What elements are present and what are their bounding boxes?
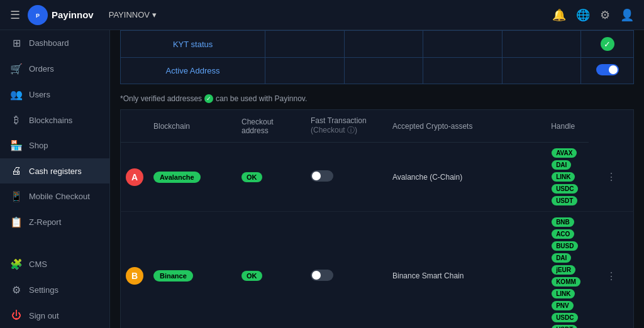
chain-icon-cell: A [121,143,149,212]
sidebar-item-users[interactable]: 👥 Users [0,82,109,107]
fast-tx-cell[interactable] [306,143,387,212]
handle-cell[interactable]: ⋮ [589,212,633,329]
kyt-status-row: KYT status ✓ [121,31,634,58]
sidebar-label-sign-out: Sign out [29,311,59,320]
table-row: BBinanceOKBinance Smart ChainBNBACOBUSDD… [121,212,634,329]
table-header-row: Blockchain Checkout address Fast Transac… [121,110,634,143]
settings-icon[interactable]: ⚙ [600,8,610,22]
chain-full-name-cell: Avalanche (C-Chain) [387,143,546,212]
tokens-cell: BNBACOBUSDDAIjEURKOMMLINKPNVUSDCUSDT [546,212,589,329]
kyt-checkmark: ✓ [601,37,614,51]
blockchains-icon: ₿ [10,114,23,126]
cms-icon: 🧩 [10,258,23,270]
th-blockchain: Blockchain [148,110,236,143]
crypto-tag: LINK [552,172,575,182]
chain-name-cell: Binance [148,212,236,329]
chain-full-name-cell: Binance Smart Chain [387,212,546,329]
ok-badge: OK [242,172,262,182]
kyt-empty-4 [502,31,581,58]
handle-cell[interactable]: ⋮ [589,143,633,212]
top-header: ☰ P Payinnov PAYINNOV ▾ 🔔 🌐 ⚙ 👤 [0,0,644,30]
kyt-empty-3 [423,31,502,58]
active-address-toggle[interactable] [596,64,619,75]
menu-icon[interactable]: ☰ [10,8,20,22]
tokens-cell: AVAXDAILINKUSDCUSDT [546,143,589,212]
crypto-tag: USDT [552,196,577,205]
sidebar-item-mobile-checkout[interactable]: 📱 Mobile Checkout [0,183,109,209]
crypto-tag: USDC [552,184,578,194]
content-area: KYT status ✓ Active Address [110,30,644,328]
crypto-tag: AVAX [552,148,577,158]
aa-empty-1 [265,58,345,84]
crypto-tags: AVAXDAILINKUSDCUSDT [551,148,584,206]
aa-toggle-cell[interactable] [581,58,634,84]
shop-icon: 🏪 [10,139,23,151]
dashboard-icon: ⊞ [10,37,23,49]
crypto-tags: BNBACOBUSDDAIjEURKOMMLINKPNVUSDCUSDT [551,217,584,328]
logo-text: Payinnov [52,9,94,20]
sidebar-label-shop: Shop [29,141,48,150]
sidebar-item-settings[interactable]: ⚙ Settings [0,277,109,303]
sidebar-item-cms[interactable]: 🧩 CMS [0,251,109,277]
mobile-icon: 📱 [10,190,23,202]
status-table: KYT status ✓ Active Address [120,30,634,84]
kyt-empty-1 [265,31,345,58]
chain-icon: B [126,267,143,285]
header-icons: 🔔 🌐 ⚙ 👤 [552,8,634,22]
active-address-row: Active Address [121,58,634,84]
sidebar-item-orders[interactable]: 🛒 Orders [0,56,109,82]
crypto-tag: USDT [552,325,577,328]
aa-empty-2 [344,58,423,84]
svg-text:P: P [36,13,40,19]
sidebar-item-dashboard[interactable]: ⊞ Dashboard [0,30,109,56]
th-handle: Handle [546,110,589,143]
sidebar-label-z-report: Z-Report [29,217,61,227]
sidebar-item-z-report[interactable]: 📋 Z-Report [0,209,109,235]
row-actions-icon[interactable]: ⋮ [604,172,619,182]
notification-icon[interactable]: 🔔 [552,8,566,22]
sidebar-label-orders: Orders [29,64,54,74]
crypto-tag: USDC [552,313,578,322]
sidebar-label-cms: CMS [29,260,47,269]
th-accepted: Accepted Crypto-assets [387,110,546,143]
sidebar-label-settings: Settings [29,285,58,295]
logo-area: P Payinnov [28,5,94,25]
sidebar-item-cash-registers[interactable]: 🖨 Cash registers [0,158,109,183]
sidebar-label-users: Users [29,90,50,99]
ok-badge: OK [242,271,262,281]
brand-arrow-icon: ▾ [152,10,157,19]
sidebar: ⊞ Dashboard 🛒 Orders 👥 Users ₿ Blockchai… [0,30,110,328]
verified-note: *Only verified addresses ✓ can be used w… [120,92,634,109]
fast-tx-toggle[interactable] [311,270,333,281]
verified-note-text: *Only verified addresses [120,94,202,103]
fast-tx-cell[interactable] [306,212,387,329]
sidebar-item-sign-out[interactable]: ⏻ Sign out [0,303,109,328]
crypto-tag: BNB [552,217,574,227]
main-layout: ⊞ Dashboard 🛒 Orders 👥 Users ₿ Blockchai… [0,30,644,328]
logo-icon: P [28,5,48,25]
sidebar-label-blockchains: Blockchains [29,116,72,125]
sidebar-item-shop[interactable]: 🏪 Shop [0,133,109,158]
brand-selector[interactable]: PAYINNOV ▾ [109,10,157,19]
globe-icon[interactable]: 🌐 [576,8,590,22]
z-report-icon: 📋 [10,216,23,228]
sidebar-label-dashboard: Dashboard [29,38,69,48]
ok-cell: OK [236,212,306,329]
brand-name-label: PAYINNOV [109,10,150,19]
fast-tx-toggle[interactable] [311,170,333,182]
settings-nav-icon: ⚙ [10,284,23,296]
verified-check-icon: ✓ [204,94,213,103]
sidebar-item-blockchains[interactable]: ₿ Blockchains [0,107,109,133]
crypto-tag: PNV [552,301,574,310]
kyt-check-cell: ✓ [581,31,634,58]
crypto-tag: jEUR [552,265,575,275]
account-icon[interactable]: 👤 [620,8,634,22]
chain-badge: Binance [153,270,193,282]
chain-icon: A [126,168,143,186]
row-actions-icon[interactable]: ⋮ [604,271,619,282]
table-row: AAvalancheOKAvalanche (C-Chain)AVAXDAILI… [121,143,634,212]
table-wrapper: KYT status ✓ Active Address [110,30,644,328]
sign-out-icon: ⏻ [10,310,23,321]
crypto-tag: DAI [552,253,571,263]
sidebar-label-cash-registers: Cash registers [29,167,82,176]
